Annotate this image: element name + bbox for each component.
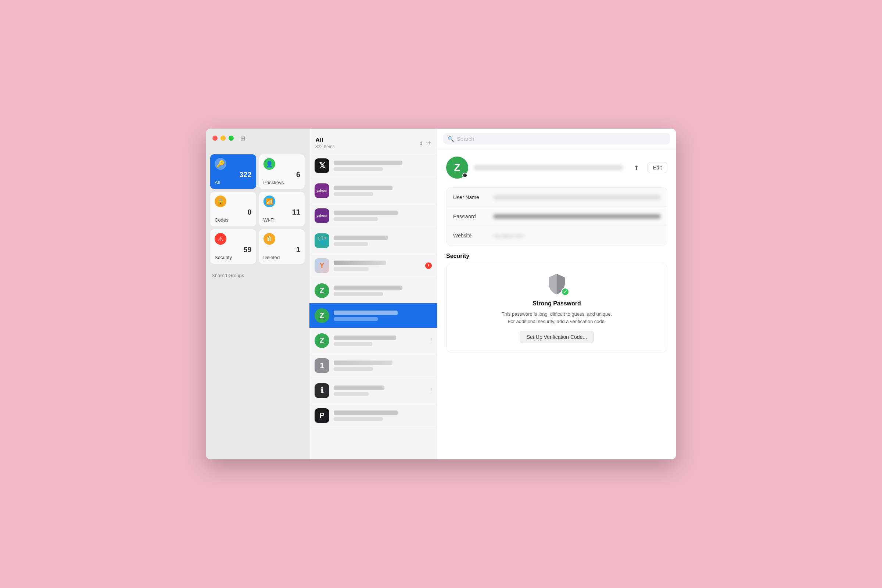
strong-password-desc: This password is long, difficult to gues… — [498, 310, 616, 325]
item-icon-yahoo1: yahoo! — [315, 183, 329, 198]
all-count: 322 — [214, 171, 252, 179]
wifi-count: 11 — [264, 208, 301, 216]
detail-fields: User Name Password Website my.zipcar.com — [446, 188, 668, 246]
item-subtitle — [334, 167, 383, 171]
item-content — [334, 310, 432, 321]
item-title-blurred — [474, 165, 623, 170]
item-subtitle — [334, 217, 378, 221]
shield-check-icon: ✓ — [561, 288, 569, 296]
wifi-label: Wi-Fi — [264, 217, 301, 223]
setup-verification-button[interactable]: Set Up Verification Code... — [520, 331, 594, 343]
list-item[interactable]: Z — [309, 278, 437, 303]
security-section-label: Security — [446, 253, 668, 260]
website-label: Website — [453, 232, 494, 238]
list-item[interactable]: 1 — [309, 353, 437, 378]
security-icon: ⚠ — [214, 233, 226, 245]
all-label: All — [214, 180, 252, 185]
item-title — [334, 236, 388, 240]
list-item-selected[interactable]: Z — [309, 303, 437, 328]
item-icon-z2: Z — [315, 308, 329, 323]
list-item[interactable]: 𝕏 — [309, 153, 437, 178]
shared-groups-label: Shared Groups — [206, 267, 309, 280]
passkeys-label: Passkeys — [264, 180, 301, 185]
list-item[interactable]: P — [309, 403, 437, 428]
security-count: 59 — [214, 246, 252, 254]
detail-panel: 🔍 Z ⬆ Edit User Name — [437, 129, 676, 459]
sidebar-item-codes[interactable]: 🔒 0 Codes — [210, 192, 256, 226]
sidebar-item-deleted[interactable]: 🗑 1 Deleted — [259, 230, 305, 264]
username-value — [494, 195, 660, 200]
list-item[interactable]: 🩺 — [309, 228, 437, 253]
detail-content: Z ⬆ Edit User Name Password — [437, 149, 676, 459]
exclaim-icon: ! — [430, 338, 432, 344]
avatar-letter: Z — [454, 162, 460, 174]
item-subtitle — [334, 342, 372, 346]
detail-actions: ⬆ Edit — [629, 162, 668, 174]
item-content — [334, 336, 426, 346]
item-content — [334, 186, 432, 196]
passkeys-icon: 👤 — [264, 158, 275, 170]
sidebar: 🔑 322 All 👤 6 Passkeys 🔒 0 Codes — [206, 129, 309, 459]
item-content — [334, 411, 432, 421]
item-title — [334, 411, 398, 415]
edit-button[interactable]: Edit — [648, 162, 668, 173]
item-content — [334, 211, 432, 221]
sidebar-item-wifi[interactable]: 📶 11 Wi-Fi — [259, 192, 305, 226]
avatar-dot — [462, 173, 468, 178]
item-icon-x: 𝕏 — [315, 158, 329, 173]
security-label: Security — [214, 255, 252, 260]
field-row-username: User Name — [447, 188, 667, 207]
item-content — [334, 160, 432, 171]
item-content — [334, 261, 421, 271]
sidebar-toggle-icon[interactable]: ⊞ — [240, 135, 245, 142]
codes-count: 0 — [214, 208, 252, 216]
list-item[interactable]: yahoo! — [309, 178, 437, 203]
item-icon-z1: Z — [315, 284, 329, 298]
all-icon: 🔑 — [214, 158, 226, 170]
item-content — [334, 360, 432, 371]
item-icon-y: Y — [315, 258, 329, 273]
close-button[interactable] — [212, 136, 218, 141]
list-scroll[interactable]: 𝕏 yahoo! yahoo! — [309, 153, 437, 459]
field-row-website: Website my.zipcar.com — [447, 226, 667, 245]
item-icon-z3: Z — [315, 333, 329, 348]
deleted-label: Deleted — [264, 255, 301, 260]
sidebar-item-all[interactable]: 🔑 322 All — [210, 154, 256, 189]
item-icon-health: 🩺 — [315, 233, 329, 248]
item-title — [334, 186, 393, 190]
sidebar-grid: 🔑 322 All 👤 6 Passkeys 🔒 0 Codes — [206, 151, 309, 267]
item-subtitle — [334, 192, 373, 196]
item-title — [334, 261, 386, 265]
strong-password-title: Strong Password — [532, 300, 581, 307]
detail-avatar-row: Z ⬆ Edit — [446, 156, 668, 178]
item-title — [334, 310, 398, 315]
item-icon-one: 1 — [315, 358, 329, 373]
codes-label: Codes — [214, 217, 252, 223]
security-card: ✓ Strong Password This password is long,… — [446, 264, 668, 352]
share-button[interactable]: ⬆ — [629, 162, 644, 174]
item-subtitle — [334, 367, 373, 371]
item-content — [334, 236, 432, 246]
titlebar: ⊞ — [206, 129, 676, 148]
list-item[interactable]: yahoo! — [309, 203, 437, 228]
item-icon-p: P — [315, 408, 329, 423]
item-content — [334, 386, 426, 396]
item-subtitle — [334, 417, 383, 421]
item-subtitle — [334, 317, 378, 321]
field-row-password: Password — [447, 207, 667, 226]
item-icon-info: ℹ — [315, 383, 329, 398]
app-window: ⊞ 🔑 322 All 👤 6 Passkeys — [206, 129, 676, 459]
avatar: Z — [446, 156, 468, 178]
item-title — [334, 285, 402, 290]
list-item[interactable]: ℹ ! — [309, 378, 437, 403]
item-subtitle — [334, 267, 369, 271]
exclaim-icon: ! — [430, 387, 432, 394]
sidebar-item-security[interactable]: ⚠ 59 Security — [210, 230, 256, 264]
sidebar-item-passkeys[interactable]: 👤 6 Passkeys — [259, 154, 305, 189]
minimize-button[interactable] — [220, 136, 226, 141]
item-subtitle — [334, 242, 368, 246]
maximize-button[interactable] — [229, 136, 234, 141]
deleted-count: 1 — [264, 246, 301, 254]
list-item[interactable]: Z ! — [309, 328, 437, 353]
list-item[interactable]: Y ! — [309, 253, 437, 278]
